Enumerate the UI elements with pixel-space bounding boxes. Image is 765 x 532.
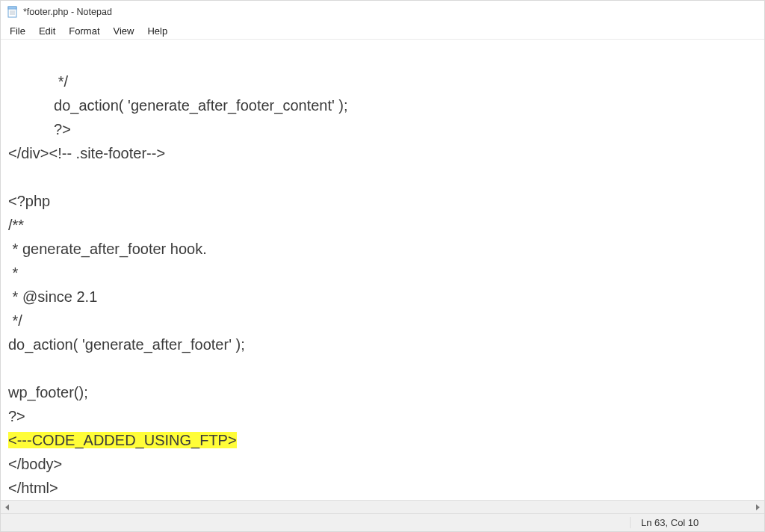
svg-rect-1 [8, 7, 16, 9]
menu-edit[interactable]: Edit [33, 24, 61, 38]
code-line: wp_footer(); [8, 384, 88, 400]
scroll-track[interactable] [14, 501, 751, 513]
editor-area: */ do_action( 'generate_after_footer_con… [1, 40, 764, 513]
text-editor[interactable]: */ do_action( 'generate_after_footer_con… [1, 40, 764, 500]
notepad-window: *footer.php - Notepad File Edit Format V… [0, 0, 765, 532]
code-line: * @since 2.1 [8, 288, 97, 305]
code-line: </div><!-- .site-footer--> [8, 145, 165, 161]
code-line: * generate_after_footer hook. [8, 241, 207, 257]
menu-view[interactable]: View [108, 24, 140, 38]
title-bar: *footer.php - Notepad [1, 1, 764, 23]
code-line: </html> [8, 480, 58, 496]
menu-file[interactable]: File [4, 24, 31, 38]
menu-bar: File Edit Format View Help [1, 23, 764, 40]
code-line: </body> [8, 456, 62, 472]
code-line: ?> [8, 408, 25, 424]
code-line: * [8, 265, 18, 281]
svg-marker-6 [756, 504, 760, 510]
code-line: ?> [8, 121, 71, 137]
code-line: /** [8, 217, 24, 233]
horizontal-scrollbar[interactable] [1, 500, 764, 513]
menu-help[interactable]: Help [141, 24, 173, 38]
code-line-highlighted: <---CODE_ADDED_USING_FTP> [8, 432, 237, 448]
menu-format[interactable]: Format [63, 24, 105, 38]
svg-marker-5 [5, 504, 9, 510]
code-line: <?php [8, 193, 50, 209]
code-line: do_action( 'generate_after_footer_conten… [8, 97, 348, 114]
code-line: */ [8, 312, 22, 329]
code-line: */ [8, 73, 68, 90]
scroll-right-icon[interactable] [751, 501, 764, 514]
code-line: do_action( 'generate_after_footer' ); [8, 336, 245, 353]
window-title: *footer.php - Notepad [23, 7, 112, 17]
status-bar: Ln 63, Col 10 [1, 513, 764, 531]
scroll-left-icon[interactable] [1, 501, 14, 514]
notepad-icon [7, 6, 19, 18]
status-position: Ln 63, Col 10 [630, 517, 719, 528]
